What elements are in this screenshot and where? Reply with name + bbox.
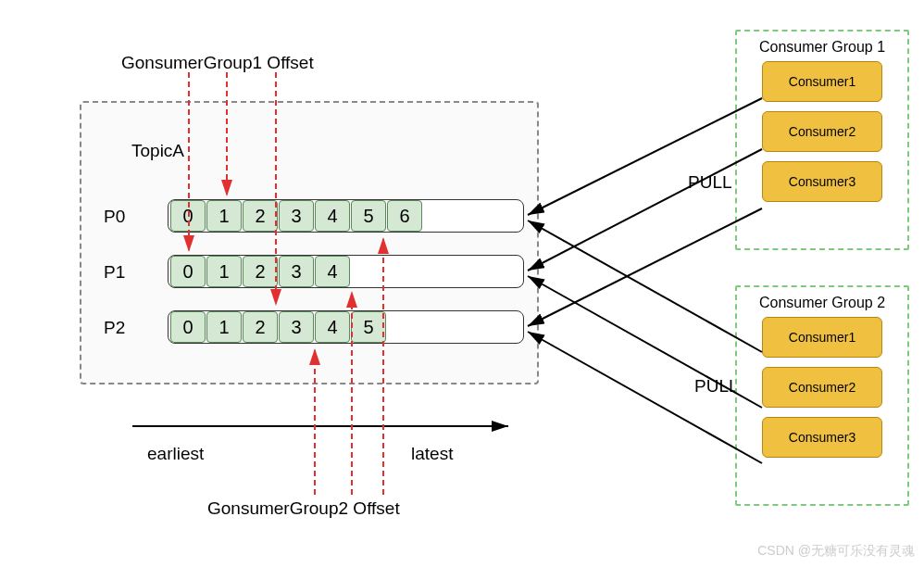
partition-cell: 5 xyxy=(351,200,386,232)
consumer-box: Consumer2 xyxy=(762,367,882,408)
consumer-group-1: Consumer Group 1 Consumer1 Consumer2 Con… xyxy=(735,30,909,250)
svg-line-6 xyxy=(528,332,762,463)
partition-cell: 2 xyxy=(243,311,278,343)
svg-line-2 xyxy=(528,149,762,271)
pull-label-1: PULL xyxy=(688,172,732,193)
consumer-box: Consumer2 xyxy=(762,111,882,152)
partition-label-p2: P2 xyxy=(104,318,125,338)
partition-cell: 1 xyxy=(206,200,242,232)
partition-cell: 5 xyxy=(351,311,386,343)
partition-label-p0: P0 xyxy=(104,207,125,227)
partition-cell: 4 xyxy=(315,311,350,343)
pull-label-2: PULL xyxy=(694,376,739,397)
partition-label-p1: P1 xyxy=(104,262,125,283)
partition-p0: 0 1 2 3 4 5 6 xyxy=(168,199,524,233)
axis-earliest-label: earliest xyxy=(147,444,204,464)
partition-cell: 1 xyxy=(206,311,242,343)
partition-cell: 3 xyxy=(279,311,314,343)
partition-cell: 6 xyxy=(387,200,422,232)
topic-label: TopicA xyxy=(131,141,184,161)
consumer-box: Consumer1 xyxy=(762,61,882,102)
partition-p2: 0 1 2 3 4 5 xyxy=(168,310,524,344)
partition-cell: 1 xyxy=(206,256,242,287)
partition-cell: 0 xyxy=(170,256,206,287)
partition-cell: 0 xyxy=(170,200,206,232)
svg-line-3 xyxy=(528,208,762,326)
partition-cell: 3 xyxy=(279,200,314,232)
partition-cell: 3 xyxy=(279,256,314,287)
group2-title: Consumer Group 2 xyxy=(737,287,907,317)
axis-latest-label: latest xyxy=(411,444,453,464)
partition-p1: 0 1 2 3 4 xyxy=(168,255,524,288)
svg-line-1 xyxy=(528,98,762,215)
svg-line-4 xyxy=(528,220,762,352)
partition-cell: 0 xyxy=(170,311,206,343)
watermark: CSDN @无糖可乐没有灵魂 xyxy=(757,543,915,560)
group2-offset-label: GonsumerGroup2 Offset xyxy=(207,498,400,519)
consumer-box: Consumer3 xyxy=(762,417,882,458)
partition-cell: 4 xyxy=(315,256,350,287)
partition-cell: 2 xyxy=(243,200,278,232)
partition-cell: 2 xyxy=(243,256,278,287)
group1-title: Consumer Group 1 xyxy=(737,32,907,61)
group1-offset-label: GonsumerGroup1 Offset xyxy=(121,53,314,73)
partition-cell: 4 xyxy=(315,200,350,232)
consumer-box: Consumer3 xyxy=(762,161,882,202)
consumer-group-2: Consumer Group 2 Consumer1 Consumer2 Con… xyxy=(735,285,909,506)
consumer-box: Consumer1 xyxy=(762,317,882,358)
